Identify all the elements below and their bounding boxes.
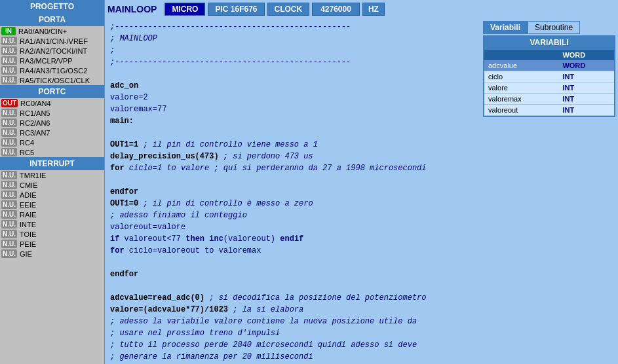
var-row[interactable]: cicloINT [484, 71, 614, 82]
code-line: delay_precision_us(473) ; si perdono 473… [110, 151, 475, 162]
code-line: endfor [110, 268, 475, 280]
freq-value[interactable]: 4276000 [312, 3, 360, 16]
sidebar-item[interactable]: N.U.RA1/AN1/CIN-/VREF [0, 36, 104, 46]
sidebar-badge: N.U. [1, 128, 17, 137]
sidebar-badge: N.U. [1, 56, 17, 65]
sidebar-item-label: RA4/AN3/T1G/OSC2 [20, 67, 87, 75]
code-line: ; tutto il processo perde 2840 microseco… [110, 339, 475, 351]
code-line [110, 68, 475, 80]
portc-items: OUTRC0/AN4N.U.RC1/AN5N.U.RC2/AN6N.U.RC3/… [0, 98, 104, 157]
main-area: MAINLOOP MICRO PIC 16F676 CLOCK 4276000 … [105, 0, 618, 364]
sidebar-badge: N.U. [1, 76, 17, 84]
sidebar-item[interactable]: N.U.GIE [0, 249, 104, 259]
code-line: valore=(adcvalue*77)/1023 ; la si elabor… [110, 304, 475, 316]
sidebar-item-label: RC2/AN6 [20, 119, 50, 127]
sidebar-badge: N.U. [1, 181, 17, 189]
sidebar-item[interactable]: N.U.TMR1IE [0, 170, 104, 180]
mainloop-title: MAINLOOP [107, 4, 157, 14]
sidebar-item[interactable]: N.U.RA3/MCLR/VPP [0, 56, 104, 65]
code-line: ;---------------------------------------… [110, 56, 475, 68]
var-row[interactable]: valoremaxINT [484, 94, 614, 105]
sidebar-badge: N.U. [1, 118, 17, 127]
code-line: OUT1=0 ; il pin di controllo è messo a z… [110, 198, 475, 209]
sidebar-badge: N.U. [1, 249, 17, 258]
sidebar-item-label: RA2/AN2/TOCKI/INT [20, 47, 87, 55]
sidebar-item[interactable]: N.U.EEIE [0, 200, 104, 209]
sidebar-badge: N.U. [1, 240, 17, 248]
var-tbody: adcvalueWORDcicloINTvaloreINTvaloremaxIN… [484, 60, 614, 116]
sidebar-item[interactable]: N.U.ADIE [0, 190, 104, 200]
sidebar-badge: N.U. [1, 210, 17, 219]
sidebar-item-label: ADIE [20, 191, 37, 199]
sidebar-item-label: RC4 [20, 139, 34, 147]
var-row[interactable]: adcvalueWORD [484, 60, 614, 71]
code-area[interactable]: ;---------------------------------------… [105, 18, 480, 364]
code-line: valoremax=77 [110, 103, 475, 115]
tab-variabili[interactable]: Variabili [483, 21, 528, 34]
variables-table: WORD adcvalueWORDcicloINTvaloreINTvalore… [484, 50, 614, 116]
code-line: for ciclo=valoreout to valoremax [110, 245, 475, 257]
sidebar: PROGETTO PORTA INRA0/AN0/CIN+N.U.RA1/AN1… [0, 0, 105, 364]
project-header: PROGETTO [0, 0, 104, 13]
col-type-header: WORD [558, 50, 614, 60]
sidebar-item[interactable]: N.U.RC1/AN5 [0, 108, 104, 118]
hz-label: HZ [362, 3, 385, 16]
sidebar-badge: N.U. [1, 230, 17, 238]
code-line: endfor [110, 186, 475, 198]
sidebar-item[interactable]: N.U.RC5 [0, 147, 104, 157]
sidebar-item-label: TOIE [20, 230, 36, 238]
right-panel: Variabili Subroutine VARIABILI WORD adcv… [480, 18, 618, 364]
var-name: adcvalue [484, 60, 558, 71]
code-line: main: [110, 115, 475, 127]
var-name: valore [484, 82, 558, 94]
sidebar-item[interactable]: N.U.RC4 [0, 137, 104, 147]
sidebar-item-label: RA5/TICK/OSC1/CLK [20, 77, 90, 84]
sidebar-item-label: RC5 [20, 149, 34, 156]
sidebar-item[interactable]: N.U.RC2/AN6 [0, 118, 104, 128]
sidebar-item[interactable]: N.U.TOIE [0, 229, 104, 239]
sidebar-item-label: RA1/AN1/CIN-/VREF [20, 37, 88, 45]
code-line: adcvalue=read_adc(0) ; si decodifica la … [110, 292, 475, 304]
var-name: ciclo [484, 71, 558, 82]
sidebar-item[interactable]: OUTRC0/AN4 [0, 98, 104, 108]
code-line: for ciclo=1 to valore ; qui si perderann… [110, 162, 475, 174]
code-line: adc_on [110, 80, 475, 92]
sidebar-item-label: RC0/AN4 [20, 100, 50, 107]
sidebar-badge: N.U. [1, 37, 17, 45]
porta-header: PORTA [0, 13, 104, 26]
code-line: ; MAINLOOP [110, 33, 475, 45]
var-name: valoremax [484, 94, 558, 105]
interrupt-items: N.U.TMR1IEN.U.CMIEN.U.ADIEN.U.EEIEN.U.RA… [0, 170, 104, 259]
sidebar-badge: N.U. [1, 200, 17, 209]
sidebar-item-label: RAIE [20, 211, 37, 219]
sidebar-item[interactable]: N.U.RA4/AN3/T1G/OSC2 [0, 65, 104, 75]
sidebar-item[interactable]: N.U.RC3/AN7 [0, 128, 104, 137]
code-line [110, 127, 475, 139]
code-line [110, 280, 475, 292]
var-type: INT [558, 82, 614, 94]
sidebar-item[interactable]: INRA0/AN0/CIN+ [0, 26, 104, 36]
code-line: ;---------------------------------------… [110, 21, 475, 33]
var-name: valoreout [484, 105, 558, 116]
sidebar-badge: N.U. [1, 220, 17, 228]
sidebar-item-label: RC3/AN7 [20, 129, 50, 137]
sidebar-item[interactable]: N.U.INTE [0, 219, 104, 229]
sidebar-item[interactable]: N.U.PEIE [0, 239, 104, 249]
variables-box: VARIABILI WORD adcvalueWORDcicloINTvalor… [483, 35, 615, 117]
sidebar-item[interactable]: N.U.CMIE [0, 180, 104, 190]
sidebar-item[interactable]: N.U.RA5/TICK/OSC1/CLK [0, 75, 104, 85]
var-type: INT [558, 105, 614, 116]
sidebar-item-label: TMR1IE [20, 172, 46, 179]
pic-button[interactable]: PIC 16F676 [208, 3, 264, 16]
var-row[interactable]: valoreINT [484, 82, 614, 94]
sidebar-item[interactable]: N.U.RAIE [0, 209, 104, 219]
micro-button[interactable]: MICRO [164, 3, 205, 16]
code-line: ; adesso la variabile valore contiene la… [110, 316, 475, 327]
var-row[interactable]: valoreoutINT [484, 105, 614, 116]
variables-title: VARIABILI [484, 37, 614, 48]
sidebar-badge: IN [1, 27, 16, 35]
code-line: ; [110, 45, 475, 56]
sidebar-item[interactable]: N.U.RA2/AN2/TOCKI/INT [0, 46, 104, 56]
tab-subroutine[interactable]: Subroutine [528, 21, 580, 34]
sidebar-badge: OUT [1, 99, 18, 107]
